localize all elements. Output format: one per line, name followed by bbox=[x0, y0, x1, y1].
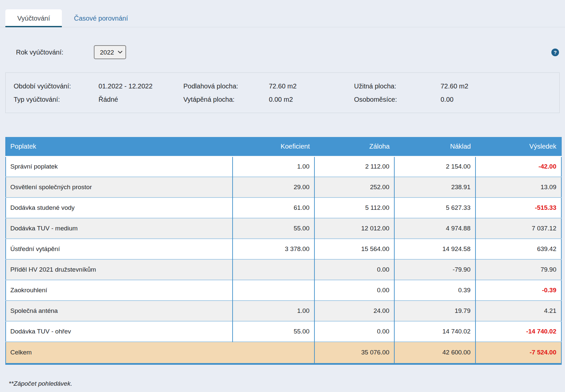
cell-zaloha: 0.00 bbox=[314, 280, 394, 301]
billing-info-panel: Období vyúčtování: 01.2022 - 12.2022 Pod… bbox=[5, 72, 560, 113]
column-header-koeficient: Koeficient bbox=[233, 137, 314, 156]
tab-casove-porovnani[interactable]: Časové porovnání bbox=[62, 9, 140, 27]
header-row: Poplatek Koeficient Záloha Náklad Výsled… bbox=[6, 137, 561, 156]
cell-koeficient: 3 378.00 bbox=[233, 239, 314, 259]
cell-poplatek: Společná anténa bbox=[6, 301, 233, 321]
cell-zaloha: 5 112.00 bbox=[314, 197, 394, 218]
tab-vyuctovani[interactable]: Vyúčtování bbox=[5, 9, 62, 27]
cell-vysledek: 639.42 bbox=[475, 239, 561, 259]
cell-koeficient: 61.00 bbox=[233, 197, 314, 218]
cell-koeficient bbox=[233, 280, 314, 301]
year-select-label: Rok vyúčtování: bbox=[16, 49, 63, 56]
info-value-podlahova: 72.60 m2 bbox=[269, 79, 354, 93]
table-row: Příděl HV 2021 družstevníkům0.00-79.9079… bbox=[6, 259, 561, 280]
cell-poplatek: Dodávka TUV - ohřev bbox=[6, 321, 233, 342]
info-value-osobomesice: 0.00 bbox=[441, 93, 559, 106]
info-value-vytapena: 0.00 m2 bbox=[269, 93, 354, 106]
column-header-zaloha: Záloha bbox=[314, 137, 394, 156]
table-row: Zaokrouhlení0.000.39-0.39 bbox=[6, 280, 561, 301]
controls-row: Rok vyúčtování: 2022 ? bbox=[16, 45, 559, 59]
info-value-uzitna: 72.60 m2 bbox=[441, 79, 559, 93]
total-naklad: 42 600.00 bbox=[394, 342, 475, 364]
cell-vysledek: 79.90 bbox=[475, 259, 561, 280]
cell-koeficient: 1.00 bbox=[233, 156, 314, 177]
cell-zaloha: 0.00 bbox=[314, 321, 394, 342]
info-value-typ: Řádné bbox=[98, 93, 183, 106]
billing-table-header: Poplatek Koeficient Záloha Náklad Výsled… bbox=[6, 137, 561, 156]
footnote: **Zápočet pohledávek. bbox=[9, 380, 565, 387]
cell-naklad: 14 740.02 bbox=[394, 321, 475, 342]
question-mark-icon: ? bbox=[554, 50, 557, 55]
cell-koeficient: 29.00 bbox=[233, 177, 314, 197]
cell-vysledek: 13.09 bbox=[475, 177, 561, 197]
tab-vyuctovani-label: Vyúčtování bbox=[17, 15, 50, 22]
info-label-uzitna: Užitná plocha: bbox=[354, 79, 441, 93]
year-select[interactable]: 2022 bbox=[94, 45, 126, 59]
cell-vysledek: -0.39 bbox=[475, 280, 561, 301]
cell-naklad: 2 154.00 bbox=[394, 156, 475, 177]
year-select-wrap: 2022 bbox=[94, 45, 126, 59]
cell-poplatek: Správní poplatek bbox=[6, 156, 233, 177]
cell-poplatek: Osvětlení společných prostor bbox=[6, 177, 233, 197]
cell-vysledek: -14 740.02 bbox=[475, 321, 561, 342]
cell-vysledek: -42.00 bbox=[475, 156, 561, 177]
billing-table: Poplatek Koeficient Záloha Náklad Výsled… bbox=[5, 137, 562, 365]
info-label-obdobi: Období vyúčtování: bbox=[14, 79, 98, 93]
info-value-obdobi: 01.2022 - 12.2022 bbox=[98, 79, 183, 93]
cell-koeficient: 55.00 bbox=[233, 218, 314, 239]
tab-bar: Vyúčtování Časové porovnání bbox=[0, 0, 565, 27]
cell-poplatek: Zaokrouhlení bbox=[6, 280, 233, 301]
cell-naklad: 14 924.58 bbox=[394, 239, 475, 259]
cell-naklad: 0.39 bbox=[394, 280, 475, 301]
table-row: Dodávka TUV - ohřev55.000.0014 740.02-14… bbox=[6, 321, 561, 342]
table-row: Dodávka studené vody61.005 112.005 627.3… bbox=[6, 197, 561, 218]
total-result: -7 524.00 bbox=[475, 342, 561, 364]
cell-naklad: 238.91 bbox=[394, 177, 475, 197]
billing-table-body: Správní poplatek1.002 112.002 154.00-42.… bbox=[6, 156, 561, 364]
cell-naklad: -79.90 bbox=[394, 259, 475, 280]
cell-vysledek: -515.33 bbox=[475, 197, 561, 218]
cell-koeficient: 55.00 bbox=[233, 321, 314, 342]
info-label-typ: Typ vyúčtování: bbox=[14, 93, 98, 106]
cell-poplatek: Příděl HV 2021 družstevníkům bbox=[6, 259, 233, 280]
cell-koeficient bbox=[233, 259, 314, 280]
cell-poplatek: Dodávka studené vody bbox=[6, 197, 233, 218]
cell-zaloha: 15 564.00 bbox=[314, 239, 394, 259]
cell-vysledek: 7 037.12 bbox=[475, 218, 561, 239]
table-total-row: Celkem 35 076.00 42 600.00 -7 524.00 bbox=[6, 342, 561, 364]
table-row: Osvětlení společných prostor29.00252.002… bbox=[6, 177, 561, 197]
info-label-osobomesice: Osoboměsíce: bbox=[354, 93, 441, 106]
table-row: Společná anténa1.0024.0019.794.21 bbox=[6, 301, 561, 321]
cell-naklad: 19.79 bbox=[394, 301, 475, 321]
table-row: Ústřední vytápění3 378.0015 564.0014 924… bbox=[6, 239, 561, 259]
cell-poplatek: Dodávka TUV - medium bbox=[6, 218, 233, 239]
column-header-poplatek: Poplatek bbox=[6, 137, 233, 156]
cell-zaloha: 24.00 bbox=[314, 301, 394, 321]
cell-zaloha: 252.00 bbox=[314, 177, 394, 197]
cell-koeficient: 1.00 bbox=[233, 301, 314, 321]
cell-poplatek: Ústřední vytápění bbox=[6, 239, 233, 259]
table-row: Dodávka TUV - medium55.0012 012.004 974.… bbox=[6, 218, 561, 239]
total-label: Celkem bbox=[6, 342, 314, 364]
total-zaloha: 35 076.00 bbox=[314, 342, 394, 364]
info-label-vytapena: Vytápěná plocha: bbox=[183, 93, 269, 106]
info-label-podlahova: Podlahová plocha: bbox=[183, 79, 269, 93]
column-header-vysledek: Výsledek bbox=[475, 137, 561, 156]
cell-vysledek: 4.21 bbox=[475, 301, 561, 321]
cell-zaloha: 12 012.00 bbox=[314, 218, 394, 239]
column-header-naklad: Náklad bbox=[394, 137, 475, 156]
cell-naklad: 5 627.33 bbox=[394, 197, 475, 218]
table-row: Správní poplatek1.002 112.002 154.00-42.… bbox=[6, 156, 561, 177]
help-button[interactable]: ? bbox=[551, 49, 559, 56]
tab-casove-porovnani-label: Časové porovnání bbox=[74, 15, 128, 22]
cell-naklad: 4 974.88 bbox=[394, 218, 475, 239]
cell-zaloha: 0.00 bbox=[314, 259, 394, 280]
cell-zaloha: 2 112.00 bbox=[314, 156, 394, 177]
